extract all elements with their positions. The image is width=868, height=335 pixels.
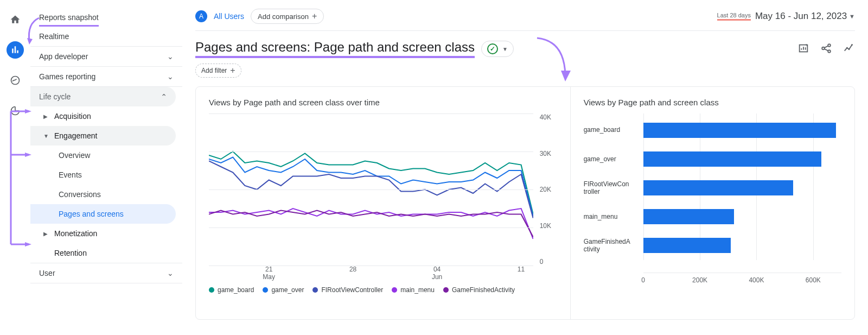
nav-events[interactable]: Events xyxy=(30,165,182,185)
date-range-picker[interactable]: May 16 - Jun 12, 2023 ▼ xyxy=(755,11,855,22)
dropdown-icon: ▼ xyxy=(502,46,508,52)
nav-monetization[interactable]: ▶Monetization xyxy=(30,224,182,243)
legend-item[interactable]: FIRootViewController xyxy=(312,286,383,294)
card-title: Views by Page path and screen class xyxy=(584,98,841,107)
legend-item[interactable]: game_over xyxy=(263,286,304,294)
bar-chart-card: Views by Page path and screen class game… xyxy=(571,87,854,319)
icon-rail xyxy=(0,0,30,335)
date-range-label: May 16 - Jun 12, 2023 xyxy=(755,11,847,22)
nav-acquisition[interactable]: ▶Acquisition xyxy=(30,106,182,126)
expand-icon: ▶ xyxy=(43,113,50,119)
bar-row: game_over xyxy=(584,149,841,169)
home-icon[interactable] xyxy=(7,11,24,28)
svg-point-5 xyxy=(846,47,848,48)
comparison-bar: A All Users Add comparison + Last 28 day… xyxy=(195,9,855,31)
nav-label: Acquisition xyxy=(54,112,91,121)
segment-all-users[interactable]: All Users xyxy=(214,12,244,21)
bar-row: FIRootViewCon troller xyxy=(584,178,841,198)
nav-label: App developer xyxy=(39,52,88,61)
plus-icon: + xyxy=(312,12,317,21)
add-comparison-button[interactable]: Add comparison + xyxy=(251,9,324,24)
share-icon[interactable] xyxy=(820,42,832,56)
reports-icon[interactable] xyxy=(7,41,24,59)
bar-chart: game_boardgame_overFIRootViewCon troller… xyxy=(584,113,841,282)
nav-overview[interactable]: Overview xyxy=(30,146,182,165)
sidebar: Reports snapshot Realtime App developer⌄… xyxy=(30,0,182,335)
nav-realtime[interactable]: Realtime xyxy=(30,27,182,47)
advertising-icon[interactable] xyxy=(7,102,24,119)
main-content: A All Users Add comparison + Last 28 day… xyxy=(182,0,868,335)
nav-reports-snapshot[interactable]: Reports snapshot xyxy=(39,8,99,27)
expand-icon: ▶ xyxy=(43,231,50,237)
nav-label: Conversions xyxy=(59,190,101,199)
bar-row: main_menu xyxy=(584,206,841,227)
nav-games-reporting[interactable]: Games reporting⌄ xyxy=(30,67,182,87)
x-axis: 21May2804Jun11 xyxy=(209,266,533,282)
legend-item[interactable]: game_board xyxy=(209,286,254,294)
x-axis: 0200K400K600K xyxy=(643,273,841,276)
nav-label: Reports snapshot xyxy=(39,13,99,22)
nav-label: Pages and screens xyxy=(59,210,124,218)
nav-label: User xyxy=(39,269,55,277)
nav-label: Events xyxy=(59,170,82,179)
page-title: Pages and screens: Page path and screen … xyxy=(195,40,475,58)
nav-label: Retention xyxy=(54,249,87,257)
chevron-down-icon: ⌄ xyxy=(167,72,174,81)
nav-conversions[interactable]: Conversions xyxy=(30,185,182,204)
customize-report-icon[interactable] xyxy=(797,42,809,56)
add-comparison-label: Add comparison xyxy=(258,12,309,21)
line-chart: 40K30K20K10K0 21May2804Jun11 xyxy=(209,113,557,282)
nav-app-developer[interactable]: App developer⌄ xyxy=(30,47,182,67)
plus-icon: + xyxy=(230,66,235,75)
card-title: Views by Page path and screen class over… xyxy=(209,98,557,107)
legend-item[interactable]: main_menu xyxy=(392,286,435,294)
report-status-dropdown[interactable]: ✓ ▼ xyxy=(481,41,514,57)
nav-label: Games reporting xyxy=(39,72,95,81)
dropdown-icon: ▼ xyxy=(849,13,855,20)
nav-retention[interactable]: Retention xyxy=(30,243,182,263)
chevron-down-icon: ⌄ xyxy=(167,269,174,277)
bar-row: game_board xyxy=(584,120,841,141)
segment-badge: A xyxy=(195,10,207,22)
check-icon: ✓ xyxy=(487,43,498,54)
explore-icon[interactable] xyxy=(7,72,24,89)
chart-legend: game_boardgame_overFIRootViewControllerm… xyxy=(209,286,557,294)
nav-label: Life cycle xyxy=(39,92,71,101)
nav-label: Overview xyxy=(59,151,90,160)
nav-label: Engagement xyxy=(54,131,97,140)
nav-life-cycle[interactable]: Life cycle⌄ xyxy=(30,87,176,106)
svg-point-6 xyxy=(848,48,850,50)
collapse-icon: ▼ xyxy=(43,133,50,139)
date-preset-label: Last 28 days xyxy=(717,12,751,21)
bar-row: GameFinishedA ctivity xyxy=(584,235,841,256)
nav-engagement[interactable]: ▼Engagement xyxy=(30,126,176,146)
add-filter-label: Add filter xyxy=(201,67,227,74)
nav-label: Realtime xyxy=(39,32,69,41)
nav-user[interactable]: User⌄ xyxy=(30,263,182,283)
line-chart-card: Views by Page path and screen class over… xyxy=(196,87,571,319)
nav-label: Monetization xyxy=(54,229,97,238)
chevron-up-icon: ⌄ xyxy=(161,92,167,101)
insights-icon[interactable] xyxy=(843,42,855,56)
legend-item[interactable]: GameFinishedActivity xyxy=(443,286,515,294)
nav-pages-and-screens[interactable]: Pages and screens xyxy=(30,204,176,224)
y-axis: 40K30K20K10K0 xyxy=(535,113,557,266)
chevron-down-icon: ⌄ xyxy=(167,52,174,61)
add-filter-button[interactable]: Add filter + xyxy=(195,64,241,78)
